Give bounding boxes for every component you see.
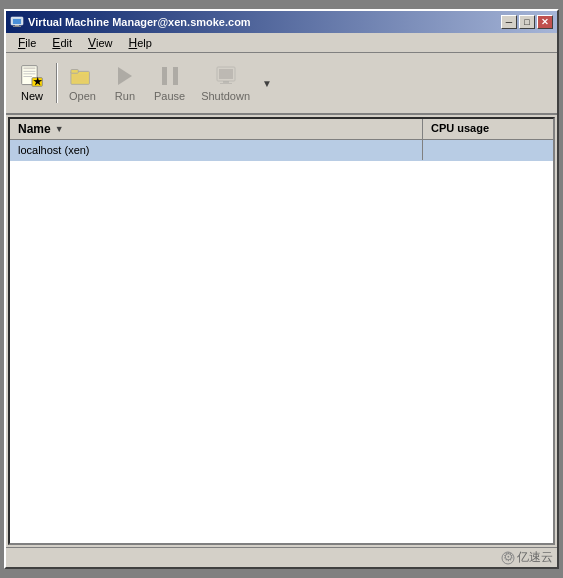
svg-rect-2 bbox=[15, 25, 19, 26]
column-cpu: CPU usage bbox=[423, 119, 553, 139]
run-button-label: Run bbox=[115, 90, 135, 102]
title-bar: Virtual Machine Manager@xen.smoke.com ─ … bbox=[6, 11, 557, 33]
table-row[interactable]: localhost (xen) bbox=[10, 140, 553, 161]
svg-rect-7 bbox=[23, 73, 35, 74]
svg-text:★: ★ bbox=[33, 76, 43, 87]
main-window: Virtual Machine Manager@xen.smoke.com ─ … bbox=[4, 9, 559, 569]
table-header: Name ▼ CPU usage bbox=[10, 119, 553, 140]
table-body: localhost (xen) bbox=[10, 140, 553, 543]
menu-edit[interactable]: Edit bbox=[44, 34, 80, 52]
svg-rect-1 bbox=[13, 19, 21, 24]
new-button-label: New bbox=[21, 90, 43, 102]
new-icon: ★ bbox=[20, 64, 44, 88]
svg-rect-13 bbox=[73, 74, 88, 82]
maximize-button[interactable]: □ bbox=[519, 15, 535, 29]
column-name: Name ▼ bbox=[10, 119, 423, 139]
title-controls: ─ □ ✕ bbox=[501, 15, 553, 29]
close-button[interactable]: ✕ bbox=[537, 15, 553, 29]
cell-cpu bbox=[423, 140, 553, 160]
cell-name: localhost (xen) bbox=[10, 140, 423, 160]
run-icon bbox=[113, 64, 137, 88]
open-button[interactable]: Open bbox=[62, 57, 103, 109]
svg-rect-8 bbox=[23, 76, 32, 77]
shutdown-button-label: Shutdown bbox=[201, 90, 250, 102]
svg-text:⚙: ⚙ bbox=[503, 551, 514, 564]
svg-rect-15 bbox=[162, 67, 167, 85]
menu-view[interactable]: View bbox=[80, 34, 121, 52]
svg-rect-16 bbox=[173, 67, 178, 85]
name-column-dropdown[interactable]: ▼ bbox=[55, 124, 64, 134]
content-area: Name ▼ CPU usage localhost (xen) bbox=[8, 117, 555, 545]
pause-button[interactable]: Pause bbox=[147, 57, 192, 109]
svg-marker-14 bbox=[118, 67, 132, 85]
title-bar-left: Virtual Machine Manager@xen.smoke.com bbox=[10, 15, 251, 29]
window-title: Virtual Machine Manager@xen.smoke.com bbox=[28, 16, 251, 28]
pause-icon bbox=[158, 64, 182, 88]
shutdown-button[interactable]: Shutdown bbox=[194, 57, 257, 109]
app-icon bbox=[10, 15, 24, 29]
menu-help[interactable]: Help bbox=[121, 34, 160, 52]
svg-rect-6 bbox=[23, 71, 35, 72]
svg-rect-12 bbox=[71, 70, 78, 74]
svg-rect-18 bbox=[219, 69, 233, 79]
toolbar-separator-1 bbox=[56, 63, 58, 103]
svg-rect-19 bbox=[223, 81, 229, 83]
menu-file[interactable]: File bbox=[10, 34, 44, 52]
pause-button-label: Pause bbox=[154, 90, 185, 102]
watermark: ⚙ 亿速云 bbox=[501, 549, 553, 566]
toolbar-dropdown-arrow[interactable]: ▼ bbox=[259, 57, 275, 109]
open-icon bbox=[70, 64, 94, 88]
svg-rect-3 bbox=[13, 26, 21, 27]
watermark-icon: ⚙ bbox=[501, 551, 515, 565]
open-button-label: Open bbox=[69, 90, 96, 102]
run-button[interactable]: Run bbox=[105, 57, 145, 109]
svg-rect-20 bbox=[220, 83, 232, 84]
status-bar: ⚙ 亿速云 bbox=[6, 547, 557, 567]
toolbar: ★ New Open Run bbox=[6, 53, 557, 115]
shutdown-icon bbox=[214, 64, 238, 88]
new-button[interactable]: ★ New bbox=[12, 57, 52, 109]
menu-bar: File Edit View Help bbox=[6, 33, 557, 53]
svg-rect-5 bbox=[23, 67, 35, 69]
minimize-button[interactable]: ─ bbox=[501, 15, 517, 29]
